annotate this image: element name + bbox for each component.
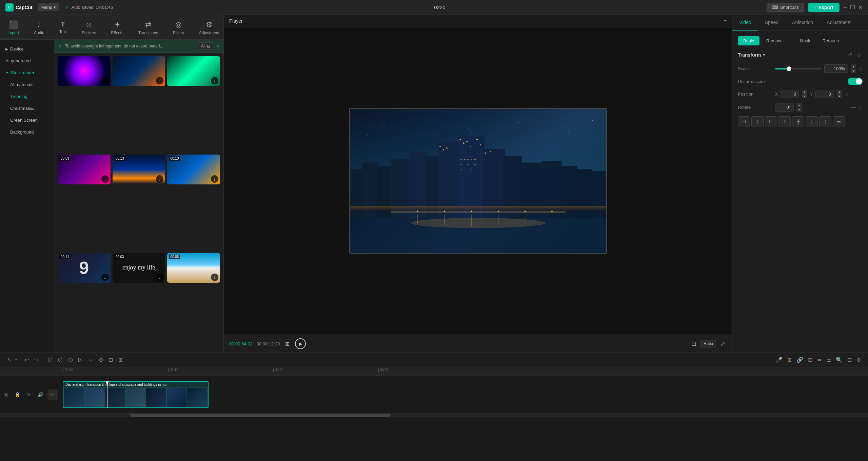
zoom-out-button[interactable]: 🔍	[834, 355, 844, 365]
position-y-input[interactable]: 0	[815, 90, 834, 98]
position-keyframe-icon[interactable]: ◇	[845, 92, 849, 97]
caption-button[interactable]: ☰	[825, 355, 833, 365]
track-video-icon[interactable]: ▣	[1, 390, 10, 399]
tab-effects[interactable]: ✦ Effects	[103, 18, 131, 39]
transform-expand-icon[interactable]: ▾	[763, 53, 765, 57]
subtab-retouch[interactable]: Retouch	[817, 36, 844, 45]
scrollbar-thumb[interactable]	[130, 414, 391, 417]
media-thumb-5[interactable]: 00:13 ↓	[113, 155, 165, 184]
download-btn-5[interactable]: ↓	[156, 175, 163, 183]
subtab-basic[interactable]: Basic	[738, 36, 760, 45]
position-x-up[interactable]: ▲	[802, 90, 807, 94]
tool-dropdown-arrow[interactable]: ▾	[15, 358, 17, 362]
media-thumb-8[interactable]: enjoy my life 00:03 ↓	[113, 253, 165, 283]
shortcuts-button[interactable]: ⌨ Shortcuts	[767, 3, 804, 12]
download-btn-3[interactable]: ↓	[211, 77, 218, 84]
align-center-h-button[interactable]: ⊥	[751, 116, 764, 127]
rotate-tl-button[interactable]: ⊕	[97, 355, 105, 365]
sidebar-item-background[interactable]: Background	[0, 126, 54, 138]
play-button[interactable]: ▶	[295, 338, 306, 349]
media-thumb-1[interactable]: ↓	[58, 56, 111, 86]
freeze-button[interactable]: ⊡	[107, 355, 115, 365]
tab-transitions[interactable]: ⇄ Transitions	[131, 18, 165, 39]
filter-all-button[interactable]: All ⊟	[198, 42, 213, 50]
export-button[interactable]: ↑ Export	[808, 3, 840, 12]
position-x-down[interactable]: ▼	[802, 94, 807, 98]
download-btn-8[interactable]: ↓	[156, 274, 163, 281]
mirror-button[interactable]: ↔	[86, 355, 95, 365]
tab-adjustment[interactable]: Adjustment	[820, 15, 857, 31]
timeline-grid-button[interactable]: ⊞	[284, 339, 291, 348]
crop-icon[interactable]: ⊡	[690, 339, 698, 349]
sidebar-item-device[interactable]: ▶ Device	[0, 43, 54, 55]
sidebar-item-ai-materials[interactable]: AI materials	[0, 79, 54, 91]
tab-speed[interactable]: Speed	[758, 15, 785, 31]
align-right-button[interactable]: ⊢	[765, 116, 777, 127]
distribute-v-button[interactable]: ═	[833, 116, 845, 127]
reset-icon[interactable]: ↺	[847, 51, 853, 59]
redo-button[interactable]: ↪	[33, 355, 40, 365]
uniform-scale-toggle[interactable]	[848, 78, 863, 85]
fullscreen-icon[interactable]: ⤢	[719, 339, 727, 349]
scale-slider[interactable]	[775, 68, 822, 69]
align-left-button[interactable]: ⊣	[738, 116, 750, 127]
auto-fit-button[interactable]: ⊡	[846, 355, 853, 365]
download-btn-4[interactable]: ↓	[101, 175, 109, 183]
track-audio-icon[interactable]: 🔊	[36, 390, 45, 399]
snap-button[interactable]: ⊞	[786, 355, 793, 365]
align-bottom-button[interactable]: ⊥	[806, 116, 818, 127]
video-clip[interactable]: Day and night transition time lapse of c…	[63, 381, 209, 408]
notice-close-button[interactable]: ✕	[216, 44, 219, 48]
position-x-input[interactable]: 0	[781, 90, 799, 98]
download-btn-6[interactable]: ↓	[211, 175, 218, 183]
subtab-remove[interactable]: Remove ...	[761, 36, 793, 45]
tab-animation[interactable]: Animation	[785, 15, 820, 31]
scale-up-button[interactable]: ▲	[851, 64, 856, 68]
sidebar-item-christmas[interactable]: Christmas&...	[0, 102, 54, 114]
tab-text[interactable]: T Text	[52, 18, 74, 39]
sidebar-item-trending[interactable]: Trending	[0, 91, 54, 102]
select-tool-button[interactable]: ↖	[5, 355, 13, 365]
sidebar-item-ai-generated[interactable]: AI generated	[0, 55, 54, 67]
sidebar-item-green-screen[interactable]: Green Screen	[0, 114, 54, 126]
rotate-keyframe-icon[interactable]: ◇	[859, 105, 863, 110]
scale-slider-thumb[interactable]	[787, 66, 791, 71]
tab-import[interactable]: ⬛ Import	[0, 18, 26, 39]
add-track-button[interactable]: ⊕	[855, 355, 863, 365]
download-btn-7[interactable]: ↓	[101, 274, 109, 281]
tab-video[interactable]: Video	[732, 15, 758, 31]
diamond-add-icon[interactable]: ◇	[856, 51, 863, 59]
scale-value[interactable]: 100%	[824, 64, 848, 73]
crop-tl-button[interactable]: ⊞	[117, 355, 124, 365]
download-btn-1[interactable]: ↓	[101, 77, 109, 84]
tab-adjustment[interactable]: ⚙ Adjustment	[192, 18, 227, 39]
position-y-down[interactable]: ▼	[837, 94, 842, 98]
media-thumb-9[interactable]: 00:08 ↓	[167, 253, 220, 283]
ratio-button[interactable]: Ratio	[701, 340, 716, 347]
track-lock-icon[interactable]: 🔒	[13, 390, 22, 399]
delete-button[interactable]: ⬡	[56, 355, 64, 365]
rotate-up[interactable]: ▲	[796, 103, 802, 107]
scale-down-button[interactable]: ▼	[851, 69, 856, 73]
scale-keyframe-icon[interactable]: ◇	[859, 66, 863, 72]
play-controls-button[interactable]: ▷	[77, 355, 84, 365]
media-thumb-2[interactable]: ↓	[113, 56, 165, 86]
rotate-reset-icon[interactable]: —	[851, 104, 856, 111]
media-thumb-4[interactable]: 00:09 ↓	[58, 155, 111, 184]
tab-stickers[interactable]: ☺ Stickers	[74, 18, 104, 39]
track-edit-button[interactable]: ✏	[47, 389, 58, 400]
rotate-down[interactable]: ▼	[796, 107, 802, 112]
split-button[interactable]: ⬡	[46, 355, 54, 365]
download-btn-9[interactable]: ↓	[211, 274, 218, 281]
close-button[interactable]: ✕	[858, 4, 863, 11]
position-y-up[interactable]: ▲	[837, 90, 842, 94]
download-btn-2[interactable]: ↓	[156, 77, 163, 84]
media-thumb-7[interactable]: 9 00:11 ↓	[58, 253, 111, 283]
tab-audio[interactable]: ♪ Audio	[26, 18, 52, 39]
undo-button[interactable]: ↩	[23, 355, 31, 365]
media-thumb-6[interactable]: 00:10 ↓	[167, 155, 220, 184]
media-thumb-3[interactable]: ↓	[167, 56, 220, 86]
distribute-h-button[interactable]: ⋮	[819, 116, 831, 127]
rotate-value-input[interactable]: 0°	[775, 103, 794, 112]
track-visible-icon[interactable]: 👁	[24, 390, 33, 399]
